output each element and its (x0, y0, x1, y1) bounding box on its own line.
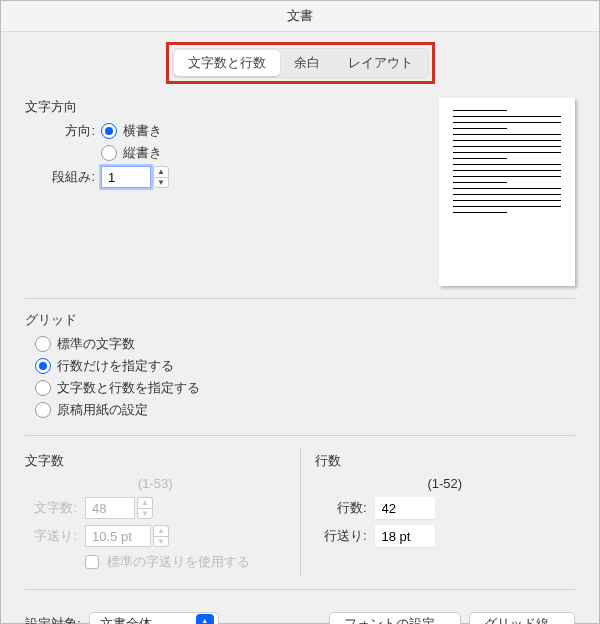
tab-grid[interactable]: 文字数と行数 (174, 50, 280, 76)
tab-bar-wrap: 文字数と行数 余白 レイアウト (1, 32, 599, 98)
use-default-pitch-checkbox (85, 555, 99, 569)
grid-opt-genko-label: 原稿用紙の設定 (57, 401, 148, 419)
chars-count-label: 文字数: (25, 499, 77, 517)
chars-pitch-label: 字送り: (25, 527, 77, 545)
chars-step-down: ▼ (137, 508, 153, 519)
page-preview (439, 98, 575, 286)
direction-horizontal-radio[interactable] (101, 123, 117, 139)
apply-to-value: 文書全体 (100, 615, 152, 624)
tab-bar: 文字数と行数 余白 レイアウト (172, 48, 429, 78)
chars-pitch-step-down: ▼ (153, 536, 169, 547)
tabs-highlight-box: 文字数と行数 余白 レイアウト (166, 42, 435, 84)
divider-1 (25, 298, 575, 299)
lines-count-input[interactable] (375, 497, 435, 519)
lines-count-label: 行数: (315, 499, 367, 517)
lines-panel: 行数 (1-52) 行数: 行送り: (301, 448, 576, 577)
lines-pitch-label: 行送り: (315, 527, 367, 545)
grid-heading: グリッド (25, 311, 575, 329)
grid-opt-chars-lines-label: 文字数と行数を指定する (57, 379, 200, 397)
grid-opt-lines-only-label: 行数だけを指定する (57, 357, 174, 375)
divider-2 (25, 435, 575, 436)
direction-vertical-label: 縦書き (123, 144, 162, 162)
chars-panel: 文字数 (1-53) 文字数: ▲▼ 字送り: ▲▼ (25, 448, 301, 577)
chars-range: (1-53) (25, 476, 286, 491)
grid-opt-genko-radio[interactable] (35, 402, 51, 418)
grid-opt-standard-label: 標準の文字数 (57, 335, 135, 353)
font-settings-button[interactable]: フォントの設定... (329, 612, 461, 624)
gridlines-button[interactable]: グリッド線... (469, 612, 575, 624)
select-caret-icon: ▲▼ (196, 614, 214, 624)
divider-3 (25, 589, 575, 590)
columns-input[interactable] (101, 166, 151, 188)
tab-margins[interactable]: 余白 (280, 50, 334, 76)
apply-to-select[interactable]: 文書全体 ▲▼ (89, 612, 219, 624)
apply-to-label: 設定対象: (25, 615, 81, 624)
tab-layout[interactable]: レイアウト (334, 50, 427, 76)
columns-step-down[interactable]: ▼ (153, 177, 169, 188)
direction-label: 方向: (49, 122, 95, 140)
chars-pitch-input (85, 525, 151, 547)
columns-stepper: ▲ ▼ (101, 166, 169, 188)
document-dialog: 文書 文字数と行数 余白 レイアウト 文字方向 方向: 横書き (0, 0, 600, 624)
text-direction-heading: 文字方向 (25, 98, 419, 116)
columns-label: 段組み: (49, 168, 95, 186)
dialog-title: 文書 (1, 1, 599, 32)
lines-range: (1-52) (315, 476, 576, 491)
lines-pitch-input[interactable] (375, 525, 435, 547)
direction-vertical-radio[interactable] (101, 145, 117, 161)
chars-count-input (85, 497, 135, 519)
columns-step-up[interactable]: ▲ (153, 166, 169, 177)
chars-heading: 文字数 (25, 452, 286, 470)
chars-pitch-step-up: ▲ (153, 525, 169, 536)
chars-step-up: ▲ (137, 497, 153, 508)
grid-opt-chars-lines-radio[interactable] (35, 380, 51, 396)
grid-opt-standard-radio[interactable] (35, 336, 51, 352)
grid-opt-lines-only-radio[interactable] (35, 358, 51, 374)
direction-horizontal-label: 横書き (123, 122, 162, 140)
lines-heading: 行数 (315, 452, 576, 470)
use-default-pitch-label: 標準の字送りを使用する (107, 553, 250, 571)
